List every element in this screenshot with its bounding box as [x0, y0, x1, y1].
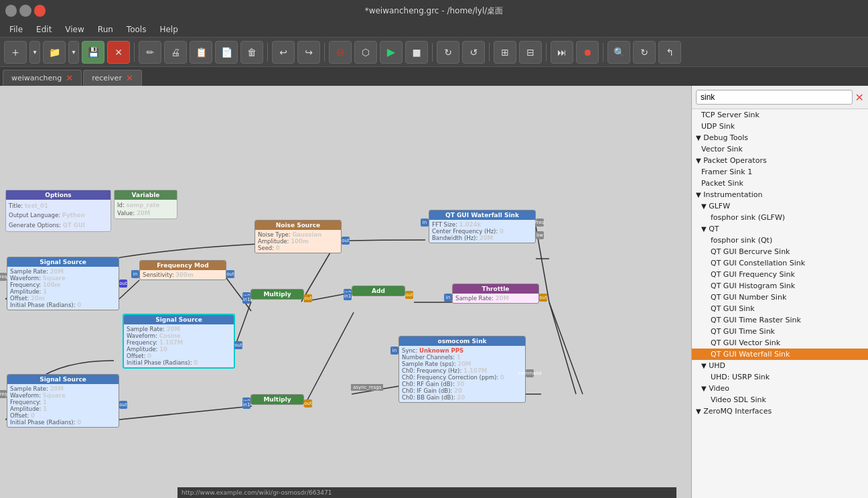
refresh-button[interactable]: ↻: [633, 41, 656, 64]
tree-item[interactable]: ▼ ZeroMQ Interfaces: [692, 406, 868, 417]
back-button[interactable]: ↰: [658, 41, 681, 64]
add-in1-port[interactable]: in1: [344, 292, 352, 300]
signal-source-2-out-port[interactable]: out: [234, 341, 242, 349]
signal-source-3-block[interactable]: out freq Signal Source Sample Rate: 20M …: [7, 374, 119, 428]
noise-source-block[interactable]: out Noise Source Noise Type: Gaussian Am…: [255, 220, 342, 253]
signal-source-1-freq-port[interactable]: freq: [0, 273, 7, 281]
minimize-button[interactable]: [5, 5, 17, 17]
osmocom-sink-block[interactable]: in command osmocom Sink Sync: Unknown PP…: [399, 336, 526, 403]
menu-file[interactable]: File: [3, 23, 29, 36]
signal-source-3-out-port[interactable]: out: [119, 401, 127, 409]
canvas-area[interactable]: Options Title: test_01 Output Language: …: [0, 86, 691, 498]
tree-item[interactable]: QT GUI Sink: [692, 303, 868, 314]
freq-mod-block[interactable]: in out Frequency Mod Sensitivity: 300m: [139, 260, 226, 280]
search-clear-button[interactable]: ✕: [855, 91, 864, 104]
paste-button[interactable]: 📋: [190, 41, 212, 64]
tree-item[interactable]: UHD: USRP Sink: [692, 371, 868, 383]
qt-gui-waterfall-block[interactable]: in freq bw QT GUI Waterfall Sink FFT Siz…: [429, 210, 536, 243]
edit-button[interactable]: ✏️: [139, 41, 161, 64]
multiply-2-block[interactable]: in0 in1 out Multiply: [250, 394, 304, 405]
tree-item[interactable]: ▼ Debug Tools: [692, 132, 868, 143]
tree-item[interactable]: fosphor sink (Qt): [692, 235, 868, 246]
throttle-out-port[interactable]: out: [539, 294, 547, 302]
run-button[interactable]: ▶: [380, 41, 403, 64]
async-msgs-port[interactable]: async_msgs: [351, 384, 383, 391]
signal-source-1-block[interactable]: out freq Signal Source Sample Rate: 20M …: [7, 257, 119, 310]
menu-tools[interactable]: Tools: [120, 23, 153, 36]
tree-item[interactable]: QT GUI Vector Sink: [692, 337, 868, 349]
osmocom-command-port[interactable]: command: [526, 369, 534, 377]
add-out-port[interactable]: out: [405, 291, 413, 299]
search-button[interactable]: 🔍: [607, 41, 630, 64]
disable-button[interactable]: ⊖: [329, 41, 352, 64]
add-dropdown[interactable]: ▾: [29, 41, 40, 64]
tree-item[interactable]: Packet Sink: [692, 178, 868, 189]
signal-source-1-out-port[interactable]: out: [119, 279, 127, 288]
tree-item[interactable]: ▼ GLFW: [692, 200, 868, 212]
multiply-1-block[interactable]: in0 in1 out Multiply: [250, 289, 304, 300]
print-button[interactable]: 🖨: [164, 41, 187, 64]
menu-run[interactable]: Run: [91, 23, 120, 36]
tree-item[interactable]: Vector Sink: [692, 143, 868, 155]
signal-source-2-block[interactable]: out Signal Source Sample Rate: 20M Wavef…: [123, 314, 235, 369]
tree-item[interactable]: QT GUI Bercurve Sink: [692, 246, 868, 257]
menu-view[interactable]: View: [58, 23, 90, 36]
tree-item[interactable]: Video SDL Sink: [692, 394, 868, 406]
multiply-1-out-port[interactable]: out: [304, 294, 312, 302]
tab-weiwancheng[interactable]: weiwancheng ✕: [3, 70, 82, 86]
multiply-1-in1-port[interactable]: in1: [242, 296, 250, 304]
tree-item[interactable]: ▼ Instrumentation: [692, 189, 868, 200]
add-button[interactable]: +: [4, 41, 27, 64]
tree-item[interactable]: QT GUI Time Raster Sink: [692, 314, 868, 326]
delete-button[interactable]: 🗑: [240, 41, 263, 64]
record-button[interactable]: ⏺: [576, 41, 599, 64]
throttle-block[interactable]: in out Throttle Sample Rate: 20M: [452, 284, 539, 304]
multiply-2-out-port[interactable]: out: [304, 399, 312, 408]
undo-button[interactable]: ↩: [272, 41, 295, 64]
tree-item[interactable]: ▼ Video: [692, 383, 868, 394]
maximize-button[interactable]: [19, 5, 31, 17]
tab-receiver[interactable]: receiver ✕: [83, 70, 142, 86]
save-button[interactable]: 💾: [82, 41, 104, 64]
connect-button[interactable]: ⬡: [354, 41, 377, 64]
freq-mod-out-port[interactable]: out: [226, 270, 234, 278]
tree-item[interactable]: ▼ QT: [692, 223, 868, 235]
waterfall-bw-port[interactable]: bw: [536, 231, 544, 239]
tree-item[interactable]: QT GUI Waterfall Sink: [692, 349, 868, 360]
menu-edit[interactable]: Edit: [29, 23, 58, 36]
skip-button[interactable]: ⏭: [551, 41, 573, 64]
tree-item[interactable]: UDP Sink: [692, 121, 868, 132]
tab-receiver-close[interactable]: ✕: [126, 73, 133, 83]
noise-source-out-port[interactable]: out: [342, 237, 350, 245]
tree-item[interactable]: QT GUI Frequency Sink: [692, 269, 868, 280]
tree-item[interactable]: QT GUI Time Sink: [692, 326, 868, 337]
tree-item[interactable]: QT GUI Histogram Sink: [692, 280, 868, 292]
tree-item[interactable]: QT GUI Constellation Sink: [692, 257, 868, 269]
search-input[interactable]: [696, 90, 853, 105]
rotate-ccw-button[interactable]: ↺: [462, 41, 485, 64]
distribute-button[interactable]: ⊟: [519, 41, 542, 64]
tree-item[interactable]: Framer Sink 1: [692, 166, 868, 178]
freq-mod-in-port[interactable]: in: [131, 270, 139, 278]
menu-help[interactable]: Help: [153, 23, 184, 36]
redo-button[interactable]: ↪: [297, 41, 320, 64]
close-button[interactable]: [34, 5, 46, 17]
multiply-2-in1-port[interactable]: in1: [242, 401, 250, 409]
stop-button[interactable]: ■: [405, 41, 428, 64]
osmocom-in-port[interactable]: in: [390, 347, 399, 355]
rotate-cw-button[interactable]: ↻: [437, 41, 459, 64]
throttle-in-port[interactable]: in: [444, 294, 452, 302]
waterfall-freq-port[interactable]: freq: [536, 219, 544, 227]
add-block[interactable]: in0 in1 out Add: [352, 286, 405, 296]
variable-block[interactable]: Variable Id: samp_rate Value: 20M: [114, 190, 177, 219]
copy-button[interactable]: 📄: [215, 41, 238, 64]
options-block[interactable]: Options Title: test_01 Output Language: …: [5, 190, 111, 232]
tree-item[interactable]: TCP Server Sink: [692, 109, 868, 121]
tab-weiwancheng-close[interactable]: ✕: [66, 73, 73, 83]
signal-source-3-freq-port[interactable]: freq: [0, 390, 7, 398]
open-dropdown[interactable]: ▾: [68, 41, 79, 64]
tree-item[interactable]: QT GUI Number Sink: [692, 292, 868, 303]
tree-item[interactable]: ▼ UHD: [692, 360, 868, 371]
close-doc-button[interactable]: ✕: [107, 41, 130, 64]
align-button[interactable]: ⊞: [494, 41, 516, 64]
